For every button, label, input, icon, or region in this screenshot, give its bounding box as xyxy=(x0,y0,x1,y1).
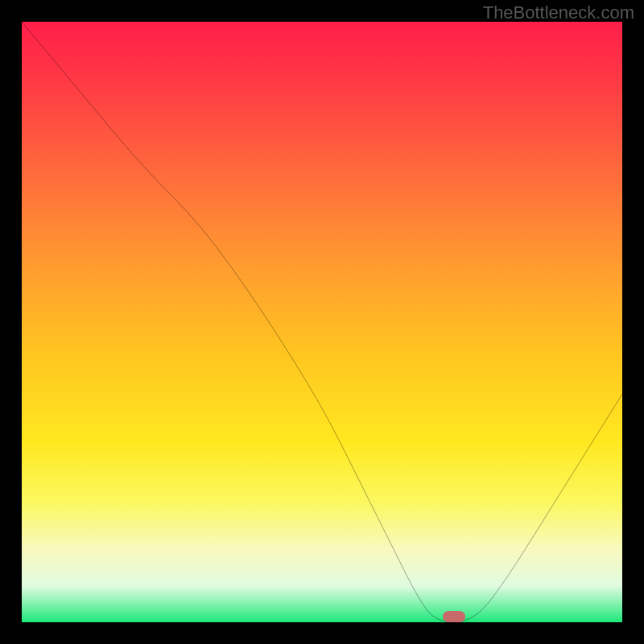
optimum-marker xyxy=(443,611,465,622)
watermark-text: TheBottleneck.com xyxy=(483,2,634,23)
bottleneck-curve-path xyxy=(22,22,622,622)
bottleneck-curve-svg xyxy=(22,22,622,622)
